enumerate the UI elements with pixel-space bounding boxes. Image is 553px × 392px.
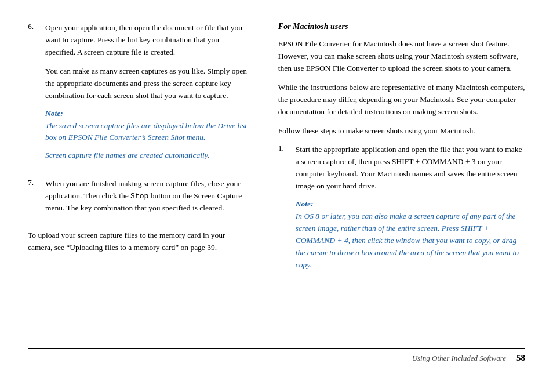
mac-para3: Follow these steps to make screen shots …: [278, 125, 525, 137]
left-column: 6. Open your application, then open the …: [28, 22, 267, 337]
step-6-note: Note: The saved screen capture files are…: [45, 109, 250, 162]
content-area: 6. Open your application, then open the …: [28, 22, 525, 337]
step-6-note2: Screen capture file names are created au…: [45, 150, 250, 162]
footer-page-number: 58: [516, 353, 525, 363]
mac-step-1-content: Start the appropriate application and op…: [296, 144, 525, 279]
right-column: For Macintosh users EPSON File Converter…: [267, 22, 525, 337]
page-footer: Using Other Included Software 58: [28, 348, 525, 363]
step-7-para: When you are finished making screen capt…: [45, 178, 250, 215]
step-7-content: When you are finished making screen capt…: [45, 178, 250, 222]
step-7: 7. When you are finished making screen c…: [28, 178, 250, 222]
stop-monospace: Stop: [130, 192, 148, 201]
step-7-number: 7.: [28, 178, 41, 222]
mac-step-1: 1. Start the appropriate application and…: [278, 144, 525, 279]
step-6-content: Open your application, then open the doc…: [45, 22, 250, 170]
step-6: 6. Open your application, then open the …: [28, 22, 250, 170]
step-6-note-label: Note:: [45, 109, 250, 118]
mac-note: Note: In OS 8 or later, you can also mak…: [296, 199, 525, 271]
mac-heading: For Macintosh users: [278, 22, 525, 31]
upload-para: To upload your screen capture files to t…: [28, 230, 250, 254]
step-6-note1: The saved screen capture files are displ…: [45, 120, 250, 144]
page: 6. Open your application, then open the …: [0, 0, 553, 392]
mac-para1: EPSON File Converter for Macintosh does …: [278, 38, 525, 75]
step-6-para2: You can make as many screen captures as …: [45, 66, 250, 102]
step-6-para1: Open your application, then open the doc…: [45, 22, 250, 59]
mac-note-label: Note:: [296, 199, 525, 209]
footer-section-label: Using Other Included Software: [412, 354, 506, 363]
mac-step-1-number: 1.: [278, 144, 291, 279]
step-6-number: 6.: [28, 22, 41, 170]
mac-note-text: In OS 8 or later, you can also make a sc…: [296, 210, 525, 271]
mac-para2: While the instructions below are represe…: [278, 82, 525, 118]
mac-step-1-para: Start the appropriate application and op…: [296, 144, 525, 193]
